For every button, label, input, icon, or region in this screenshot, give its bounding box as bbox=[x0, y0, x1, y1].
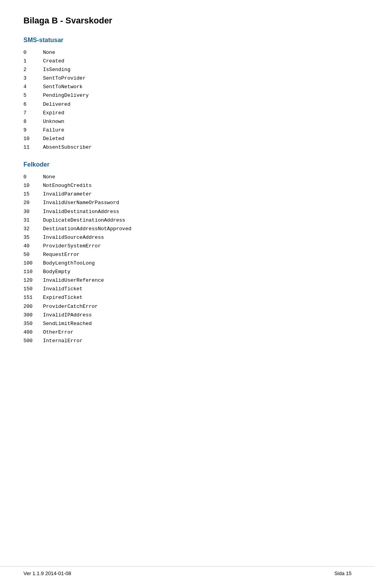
item-num: 500 bbox=[23, 337, 43, 345]
item-num: 40 bbox=[23, 242, 43, 250]
list-item: 110BodyEmpty bbox=[23, 268, 352, 276]
list-item: 3SentToProvider bbox=[23, 74, 352, 83]
list-item: 5PendingDelivery bbox=[23, 91, 352, 100]
item-num: 1 bbox=[23, 57, 43, 66]
item-num: 110 bbox=[23, 268, 43, 276]
item-label: InvalidSourceAddress bbox=[43, 233, 104, 242]
list-item: 7Expired bbox=[23, 109, 352, 117]
sms-section-title: SMS-statusar bbox=[23, 37, 352, 44]
list-item: 400OtherError bbox=[23, 328, 352, 337]
list-item: 151ExpiredTicket bbox=[23, 293, 352, 302]
item-num: 0 bbox=[23, 173, 43, 181]
item-label: InvalidDestinationAddress bbox=[43, 208, 119, 216]
list-item: 10NotEnoughCredits bbox=[23, 181, 352, 190]
item-label: InvalidUserNameOrPassword bbox=[43, 199, 119, 207]
item-num: 10 bbox=[23, 181, 43, 190]
item-num: 4 bbox=[23, 83, 43, 91]
item-num: 7 bbox=[23, 109, 43, 117]
list-item: 500InternalError bbox=[23, 337, 352, 345]
item-num: 400 bbox=[23, 328, 43, 337]
item-num: 100 bbox=[23, 259, 43, 268]
item-label: PendingDelivery bbox=[43, 91, 89, 100]
item-label: Unknown bbox=[43, 117, 64, 126]
item-label: DestinationAddressNotApproved bbox=[43, 225, 131, 233]
list-item: 6Delivered bbox=[23, 100, 352, 109]
list-item: 350SendLimitReached bbox=[23, 320, 352, 328]
page-container: Bilaga B - Svarskoder SMS-statusar 0None… bbox=[0, 0, 375, 588]
item-label: Expired bbox=[43, 109, 64, 117]
item-num: 120 bbox=[23, 276, 43, 285]
list-item: 15InvalidParameter bbox=[23, 190, 352, 199]
item-label: SendLimitReached bbox=[43, 320, 92, 328]
item-num: 35 bbox=[23, 233, 43, 242]
item-label: InvalidUserReference bbox=[43, 276, 104, 285]
list-item: 9Failure bbox=[23, 126, 352, 135]
item-num: 3 bbox=[23, 74, 43, 83]
item-num: 350 bbox=[23, 320, 43, 328]
list-item: 8Unknown bbox=[23, 117, 352, 126]
item-num: 31 bbox=[23, 216, 43, 225]
item-label: Deleted bbox=[43, 135, 64, 143]
footer-page: Sida 15 bbox=[334, 570, 352, 576]
list-item: 4SentToNetwork bbox=[23, 83, 352, 91]
item-num: 2 bbox=[23, 66, 43, 74]
item-label: None bbox=[43, 173, 55, 181]
list-item: 1Created bbox=[23, 57, 352, 66]
item-label: AbsentSubscriber bbox=[43, 143, 92, 152]
list-item: 120InvalidUserReference bbox=[23, 276, 352, 285]
footer: Ver 1.1.9 2014-01-08 Sida 15 bbox=[0, 566, 375, 576]
item-num: 200 bbox=[23, 302, 43, 311]
item-label: InvalidIPAddress bbox=[43, 311, 92, 320]
list-item: 0None bbox=[23, 48, 352, 57]
item-label: IsSending bbox=[43, 66, 70, 74]
item-num: 50 bbox=[23, 250, 43, 259]
list-item: 0None bbox=[23, 173, 352, 181]
item-label: NotEnoughCredits bbox=[43, 181, 92, 190]
item-num: 151 bbox=[23, 293, 43, 302]
sms-status-list: 0None1Created2IsSending3SentToProvider4S… bbox=[23, 48, 352, 152]
item-label: InvalidTicket bbox=[43, 285, 82, 293]
item-label: BodyEmpty bbox=[43, 268, 70, 276]
item-num: 15 bbox=[23, 190, 43, 199]
item-num: 20 bbox=[23, 199, 43, 207]
list-item: 300InvalidIPAddress bbox=[23, 311, 352, 320]
list-item: 2IsSending bbox=[23, 66, 352, 74]
item-num: 8 bbox=[23, 117, 43, 126]
item-label: InvalidParameter bbox=[43, 190, 92, 199]
item-label: BodyLengthTooLong bbox=[43, 259, 95, 268]
item-label: SentToNetwork bbox=[43, 83, 82, 91]
item-num: 11 bbox=[23, 143, 43, 152]
item-num: 0 bbox=[23, 48, 43, 57]
item-label: SentToProvider bbox=[43, 74, 86, 83]
list-item: 30InvalidDestinationAddress bbox=[23, 208, 352, 216]
list-item: 10Deleted bbox=[23, 135, 352, 143]
page-title: Bilaga B - Svarskoder bbox=[23, 16, 352, 26]
item-label: ExpiredTicket bbox=[43, 293, 82, 302]
footer-version: Ver 1.1.9 2014-01-08 bbox=[23, 570, 71, 576]
list-item: 31DuplicateDestinationAddress bbox=[23, 216, 352, 225]
list-item: 40ProviderSystemError bbox=[23, 242, 352, 250]
item-num: 30 bbox=[23, 208, 43, 216]
item-label: Delivered bbox=[43, 100, 70, 109]
item-label: ProviderCatchError bbox=[43, 302, 98, 311]
item-num: 300 bbox=[23, 311, 43, 320]
list-item: 150InvalidTicket bbox=[23, 285, 352, 293]
item-label: OtherError bbox=[43, 328, 73, 337]
list-item: 20InvalidUserNameOrPassword bbox=[23, 199, 352, 207]
item-label: RequestError bbox=[43, 250, 80, 259]
item-num: 6 bbox=[23, 100, 43, 109]
item-label: InternalError bbox=[43, 337, 82, 345]
list-item: 32DestinationAddressNotApproved bbox=[23, 225, 352, 233]
list-item: 200ProviderCatchError bbox=[23, 302, 352, 311]
item-num: 10 bbox=[23, 135, 43, 143]
item-label: ProviderSystemError bbox=[43, 242, 101, 250]
list-item: 50RequestError bbox=[23, 250, 352, 259]
felkoder-list: 0None10NotEnoughCredits15InvalidParamete… bbox=[23, 173, 352, 345]
list-item: 11AbsentSubscriber bbox=[23, 143, 352, 152]
item-num: 9 bbox=[23, 126, 43, 135]
item-label: Created bbox=[43, 57, 64, 66]
felkoder-section-title: Felkoder bbox=[23, 161, 352, 168]
item-num: 32 bbox=[23, 225, 43, 233]
item-label: Failure bbox=[43, 126, 64, 135]
item-label: DuplicateDestinationAddress bbox=[43, 216, 125, 225]
